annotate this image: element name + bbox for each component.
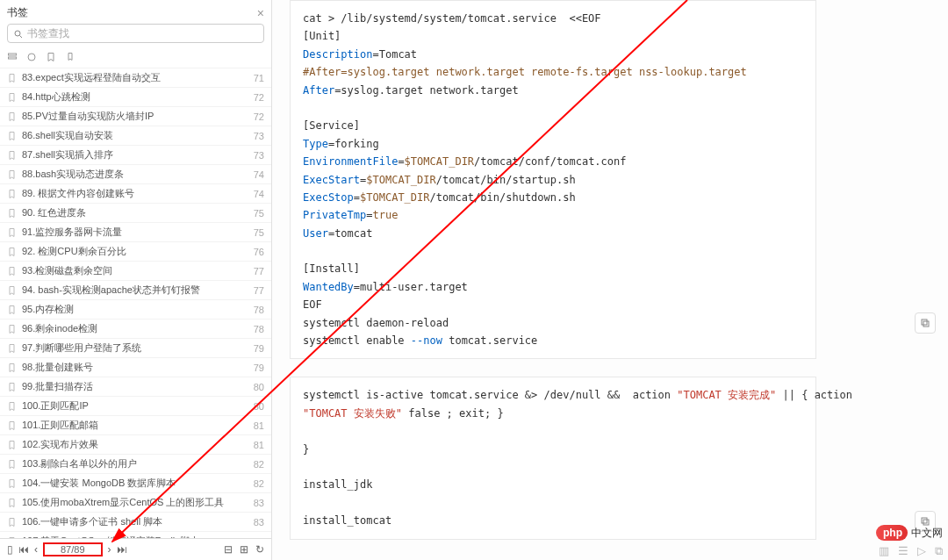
sidebar-footer: ▯ ⏮ ‹ 87/89 › ⏭ ⊟ ⊞ ↻ [0,538,271,560]
search-icon [13,27,24,39]
bookmark-icon [7,130,18,141]
bookmark-item[interactable]: 98.批量创建账号79 [0,357,271,377]
bookmark-item[interactable]: 97.判断哪些用户登陆了系统79 [0,338,271,357]
bookmark-item[interactable]: 93.检测磁盘剩余空间77 [0,261,271,280]
bookmark-page: 76 [248,247,264,257]
bookmark-item[interactable]: 103.剔除白名单以外的用户82 [0,454,271,473]
bookmark-icon [7,400,18,412]
bookmark-item[interactable]: 96.剩余inode检测78 [0,319,271,338]
bookmark-item[interactable]: 85.PV过量自动实现防火墙封IP72 [0,106,271,126]
bookmark-item[interactable]: 86.shell实现自动安装73 [0,126,271,145]
bookmark-icon [7,342,18,354]
bookmark-icon [7,149,18,161]
bookmark-icon [7,188,18,199]
outline-view-icon[interactable]: ☰ [898,544,908,558]
bookmark-item[interactable]: 90. 红色进度条75 [0,203,271,222]
sidebar-toolbar [0,48,271,68]
svg-point-0 [15,31,20,36]
bookmark-label: 94. bash-实现检测apache状态并钉钉报警 [22,284,200,297]
bookmark-item[interactable]: 105.使用mobaXtrem显示CentOS 上的图形工具83 [0,492,271,512]
svg-point-4 [28,54,35,61]
bookmark-label: 87.shell实现插入排序 [22,148,113,162]
search-box[interactable] [7,24,264,43]
bookmarks-list[interactable]: 83.expect实现远程登陆自动交互7184.http心跳检测7285.PV过… [0,68,271,538]
bookmark-label: 86.shell实现自动安装 [22,129,113,142]
bookmark-page: 80 [248,401,264,412]
bookmark-item[interactable]: 92. 检测CPU剩余百分比76 [0,241,271,261]
bookmark-page: 78 [248,324,264,334]
svg-rect-5 [923,321,929,327]
bookmark-label: 84.http心跳检测 [22,90,90,104]
copy-button[interactable] [915,312,936,334]
bookmark-item[interactable]: 88.bash实现动态进度条74 [0,164,271,183]
bookmark-page: 74 [248,169,264,180]
bookmark-icon [7,477,18,489]
bookmark-item[interactable]: 102.实现布片效果81 [0,434,271,454]
bookmark-label: 103.剔除白名单以外的用户 [22,457,137,470]
code-block-action: systemctl is-active tomcat.service &> /d… [290,377,816,539]
sidebar-title: 书签 [7,5,257,20]
bookmark-label: 96.剩余inode检测 [22,322,97,335]
bookmark-item[interactable]: 95.内存检测78 [0,299,271,319]
prev-page-icon[interactable]: ‹ [34,543,38,556]
bookmark-item[interactable]: 83.expect实现远程登陆自动交互71 [0,68,271,87]
bookmark-label: 99.批量扫描存活 [22,380,93,393]
bookmark-item[interactable]: 89. 根据文件内容创建账号74 [0,183,271,203]
bookmark-icon [7,362,18,373]
bookmark-page: 72 [248,92,264,103]
last-page-icon[interactable]: ⏭ [117,543,127,556]
bookmark-item[interactable]: 94. bash-实现检测apache状态并钉钉报警77 [0,280,271,299]
bookmark-icon [7,72,18,83]
bookmark-page: 81 [248,420,264,431]
zoom-in-icon[interactable]: ⊞ [240,543,248,556]
bookmark-outline-icon[interactable] [46,50,56,62]
bookmark-icon [7,246,18,257]
bookmark-icon [7,111,18,122]
sidebar-collapse-icon[interactable]: ▯ [7,543,13,556]
bookmark-item[interactable]: 106.一键申请多个证书 shell 脚本83 [0,512,271,531]
bookmark-item[interactable]: 87.shell实现插入排序73 [0,145,271,164]
bookmark-label: 105.使用mobaXtrem显示CentOS 上的图形工具 [22,496,224,509]
next-slide-icon[interactable]: ▷ [917,544,926,558]
thumbnail-view-icon[interactable]: ▥ [879,544,889,558]
bottom-icon-bar: ▥ ☰ ▷ ⧉ [274,544,943,558]
bookmark-ribbon-icon[interactable] [65,50,75,62]
bookmark-label: 90. 红色进度条 [22,206,86,219]
bookmarks-sidebar: 书签 × 83.expect实现远程登陆自动交互7184.http心跳检测728… [0,0,272,560]
bookmark-label: 85.PV过量自动实现防火墙封IP [22,110,154,123]
bookmark-label: 102.实现布片效果 [22,438,98,451]
bookmark-icon [7,265,18,276]
bookmark-page: 81 [248,440,264,450]
bookmark-icon [7,420,18,431]
page-indicator[interactable]: 87/89 [43,542,103,556]
bookmark-item[interactable]: 99.批量扫描存活80 [0,377,271,396]
share-icon[interactable]: ⧉ [935,544,943,558]
bookmark-icon [7,284,18,296]
bookmark-page: 77 [248,285,264,296]
bookmark-page: 83 [248,498,264,508]
bookmark-icon [7,458,18,470]
bookmark-item[interactable]: 101.正则匹配邮箱81 [0,415,271,434]
search-input[interactable] [27,27,258,39]
bookmark-label: 104.一键安装 MongoDB 数据库脚本 [22,477,176,490]
expand-all-icon[interactable] [7,50,18,62]
bookmark-page: 78 [248,305,264,315]
bookmark-item[interactable]: 91.监控服务器网卡流量75 [0,222,271,241]
bookmark-icon [7,497,18,508]
bookmark-page: 79 [248,343,264,354]
bookmark-page: 73 [248,150,264,161]
bookmark-page: 75 [248,227,264,238]
rotate-icon[interactable]: ↻ [255,543,264,556]
bookmark-item[interactable]: 107.基于CentOS 一键编译安装Redis脚本84 [0,531,271,538]
bookmark-icon [7,304,18,315]
close-icon[interactable]: × [257,6,264,20]
bookmark-item[interactable]: 84.http心跳检测72 [0,87,271,106]
zoom-out-icon[interactable]: ⊟ [224,543,233,556]
collapse-all-icon[interactable] [26,50,37,62]
bookmark-page: 79 [248,363,264,373]
next-page-icon[interactable]: › [108,543,111,556]
bookmark-item[interactable]: 104.一键安装 MongoDB 数据库脚本82 [0,473,271,492]
content-area: cat > /lib/systemd/system/tomcat.service… [272,0,948,560]
first-page-icon[interactable]: ⏮ [18,543,29,556]
bookmark-item[interactable]: 100.正则匹配IP80 [0,396,271,415]
